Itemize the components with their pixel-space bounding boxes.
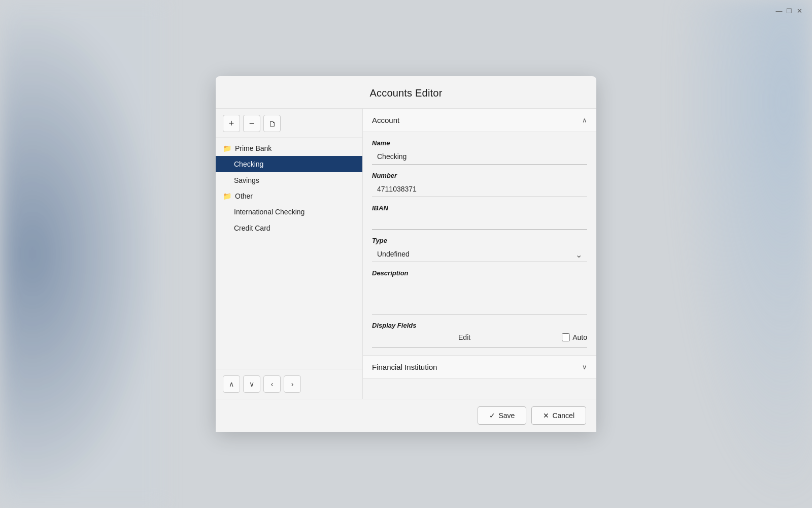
auto-label: Auto bbox=[572, 333, 587, 341]
type-select[interactable]: Undefined Checking Savings Credit Card I… bbox=[372, 246, 587, 262]
tree-group-other[interactable]: 📁 Other bbox=[216, 188, 362, 204]
account-tree: 📁 Prime Bank Checking Savings 📁 Other In… bbox=[216, 138, 362, 369]
display-fields-label: Display Fields bbox=[372, 322, 587, 329]
iban-input[interactable] bbox=[372, 214, 587, 230]
tree-item-label: International Checking bbox=[234, 208, 304, 216]
window-chrome: — ☐ ✕ bbox=[766, 0, 812, 21]
auto-checkbox[interactable] bbox=[562, 333, 570, 341]
type-field-group: Type Undefined Checking Savings Credit C… bbox=[372, 237, 587, 262]
nav-up-button[interactable]: ∧ bbox=[223, 375, 240, 393]
financial-institution-section-header[interactable]: Financial Institution ∨ bbox=[363, 355, 596, 379]
display-fields-row: Edit Auto bbox=[372, 331, 587, 348]
cancel-label: Cancel bbox=[552, 411, 574, 420]
financial-chevron-icon: ∨ bbox=[582, 363, 587, 371]
nav-left-button[interactable]: ‹ bbox=[263, 375, 281, 393]
edit-icon: 🗋 bbox=[268, 119, 276, 128]
save-button[interactable]: ✓ Save bbox=[478, 406, 526, 425]
display-fields-edit-button[interactable]: Edit bbox=[372, 331, 557, 343]
tree-item-checking[interactable]: Checking bbox=[216, 156, 362, 172]
maximize-button[interactable]: ☐ bbox=[785, 6, 794, 15]
down-icon: ∨ bbox=[249, 380, 254, 388]
name-label: Name bbox=[372, 139, 587, 147]
description-textarea[interactable] bbox=[372, 279, 587, 314]
dialog-title: Accounts Editor bbox=[216, 76, 596, 109]
number-input[interactable] bbox=[372, 181, 587, 197]
type-select-wrapper: Undefined Checking Savings Credit Card I… bbox=[372, 246, 587, 262]
number-field-group: Number bbox=[372, 172, 587, 197]
account-section-label: Account bbox=[372, 116, 399, 124]
display-fields-group: Display Fields Edit Auto bbox=[372, 322, 587, 348]
dialog-body: + − 🗋 📁 Prime Bank Checking bbox=[216, 109, 596, 399]
cancel-icon: ✕ bbox=[543, 411, 549, 420]
account-section-header[interactable]: Account ∧ bbox=[363, 109, 596, 132]
remove-account-button[interactable]: − bbox=[243, 115, 260, 132]
left-panel: + − 🗋 📁 Prime Bank Checking bbox=[216, 109, 363, 399]
right-panel: Account ∧ Name Number IBAN bbox=[363, 109, 596, 399]
right-icon: › bbox=[291, 380, 294, 388]
tree-item-credit-card[interactable]: Credit Card bbox=[216, 220, 362, 236]
cancel-button[interactable]: ✕ Cancel bbox=[531, 406, 586, 425]
account-form: Name Number IBAN Type bbox=[363, 132, 596, 355]
iban-field-group: IBAN bbox=[372, 204, 587, 230]
tree-item-label: Savings bbox=[234, 176, 259, 184]
financial-institution-label: Financial Institution bbox=[372, 363, 437, 371]
navigation-buttons: ∧ ∨ ‹ › bbox=[216, 369, 362, 399]
edit-account-button[interactable]: 🗋 bbox=[263, 115, 281, 132]
folder-icon: 📁 bbox=[223, 144, 231, 152]
remove-icon: − bbox=[249, 118, 255, 129]
folder-icon: 📁 bbox=[223, 192, 231, 200]
iban-label: IBAN bbox=[372, 204, 587, 212]
account-chevron-icon: ∧ bbox=[582, 116, 587, 124]
name-field-group: Name bbox=[372, 139, 587, 165]
toolbar: + − 🗋 bbox=[216, 109, 362, 138]
add-icon: + bbox=[229, 118, 234, 129]
tree-item-label: Credit Card bbox=[234, 224, 270, 232]
type-label: Type bbox=[372, 237, 587, 244]
left-icon: ‹ bbox=[271, 380, 274, 388]
accounts-editor-dialog: Accounts Editor + − 🗋 📁 Prime Bank bbox=[216, 76, 596, 432]
close-button[interactable]: ✕ bbox=[795, 6, 804, 15]
up-icon: ∧ bbox=[229, 380, 234, 388]
name-input[interactable] bbox=[372, 149, 587, 165]
bg-decoration-left bbox=[0, 0, 162, 508]
description-label: Description bbox=[372, 269, 587, 277]
nav-down-button[interactable]: ∨ bbox=[243, 375, 260, 393]
auto-checkbox-wrapper: Auto bbox=[562, 333, 587, 341]
minimize-button[interactable]: — bbox=[774, 6, 784, 15]
dialog-footer: ✓ Save ✕ Cancel bbox=[216, 399, 596, 432]
tree-item-label: Checking bbox=[234, 160, 263, 168]
bg-decoration-right bbox=[670, 0, 812, 508]
save-label: Save bbox=[498, 411, 515, 420]
tree-group-label: Prime Bank bbox=[235, 144, 272, 152]
tree-group-label: Other bbox=[235, 192, 253, 200]
nav-right-button[interactable]: › bbox=[284, 375, 301, 393]
tree-item-international-checking[interactable]: International Checking bbox=[216, 204, 362, 220]
tree-group-prime-bank[interactable]: 📁 Prime Bank bbox=[216, 141, 362, 156]
save-icon: ✓ bbox=[489, 411, 495, 420]
description-field-group: Description bbox=[372, 269, 587, 314]
tree-item-savings[interactable]: Savings bbox=[216, 172, 362, 188]
add-account-button[interactable]: + bbox=[223, 115, 240, 132]
number-label: Number bbox=[372, 172, 587, 179]
